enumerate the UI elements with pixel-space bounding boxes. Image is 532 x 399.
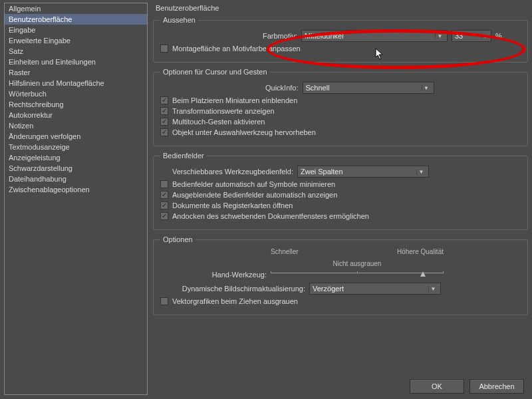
farbmotiv-label: Farbmotiv: (263, 32, 297, 40)
sidebar-item-einheiten[interactable]: Einheiten und Einteilungen (5, 57, 147, 67)
sidebar-item-aenderungen[interactable]: Änderungen verfolgen (5, 131, 147, 142)
toolbox-value: Zwei Spalten (301, 168, 414, 176)
cursor-group: Optionen für Cursor und Gesten QuickInfo… (153, 68, 528, 146)
toolbox-select[interactable]: Zwei Spalten ▼ (297, 166, 429, 178)
sidebar-item-zwischenablage[interactable]: Zwischenablageoptionen (5, 184, 147, 195)
cancel-button[interactable]: Abbrechen (469, 379, 524, 394)
farbmotiv-value: Mitteldunkel (305, 32, 432, 40)
hand-label: Hand-Werkzeug: (160, 271, 267, 279)
brightness-value: 33 (452, 32, 481, 40)
dockfloating-checkbox[interactable] (160, 212, 168, 220)
panels-group: Bedienfelder Verschiebbares Werkzeugbedi… (153, 152, 528, 230)
slider-handle[interactable] (420, 271, 426, 277)
chevron-down-icon: ▼ (416, 169, 426, 175)
transformvalues-label: Transformationswerte anzeigen (172, 107, 275, 115)
page-title: Benutzeroberfläche (153, 3, 528, 16)
thumbnails-checkbox[interactable] (160, 96, 168, 104)
quickinfo-select[interactable]: Schnell ▼ (303, 82, 434, 94)
brightness-input[interactable]: 33 ▸ (452, 30, 491, 42)
vectorgrey-label: Vektorgrafiken beim Ziehen ausgrauen (172, 297, 298, 305)
matchpasteboard-label: Montagefläche an Motivfarbe anpassen (172, 45, 301, 53)
vectorgrey-checkbox[interactable] (160, 297, 168, 305)
toolbox-label: Verschiebbares Werkzeugbedienfeld: (160, 168, 293, 176)
aussehen-group: Aussehen Farbmotiv: Mitteldunkel ▼ 33 ▸ … (153, 16, 528, 63)
transformvalues-checkbox[interactable] (160, 107, 168, 115)
multitouch-checkbox[interactable] (160, 118, 168, 126)
sidebar-item-satz[interactable]: Satz (5, 46, 147, 57)
dyn-value: Verzögert (313, 285, 426, 293)
panels-legend: Bedienfelder (160, 152, 207, 160)
sidebar-item-autokorrektur[interactable]: Autokorrektur (5, 110, 147, 120)
cursor-legend: Optionen für Cursor und Gesten (160, 68, 270, 76)
aussehen-legend: Aussehen (160, 16, 198, 24)
sidebar-item-eingabe[interactable]: Eingabe (5, 25, 147, 35)
opentabs-label: Dokumente als Registerkarten öffnen (172, 201, 293, 209)
nogrey-label: Nicht ausgrauen (333, 260, 382, 267)
dyn-select[interactable]: Verzögert ▼ (309, 283, 441, 295)
highlightobject-label: Objekt unter Auswahlwerkzeug hervorheben (172, 128, 316, 136)
chevron-down-icon: ▼ (422, 85, 431, 91)
quality-label: Höhere Qualität (397, 248, 444, 255)
sidebar-item-raster[interactable]: Raster (5, 67, 147, 78)
highlightobject-checkbox[interactable] (160, 128, 168, 136)
optionen-legend: Optionen (160, 235, 196, 243)
sidebar-item-woerterbuch[interactable]: Wörterbuch (5, 88, 147, 99)
preferences-sidebar: Allgemein Benutzeroberfläche Eingabe Erw… (4, 3, 148, 395)
thumbnails-label: Beim Platzieren Miniaturen einblenden (172, 96, 297, 104)
chevron-down-icon: ▼ (435, 33, 444, 39)
hand-slider[interactable] (271, 269, 444, 281)
quickinfo-label: QuickInfo: (265, 84, 299, 92)
multitouch-label: Multitouch-Gesten aktivieren (172, 118, 265, 126)
sidebar-item-textmodus[interactable]: Textmodusanzeige (5, 142, 147, 152)
faster-label: Schneller (271, 248, 299, 255)
opentabs-checkbox[interactable] (160, 201, 168, 209)
sidebar-item-allgemein[interactable]: Allgemein (5, 3, 147, 14)
sidebar-item-notizen[interactable]: Notizen (5, 120, 147, 131)
sidebar-item-hilfslinien[interactable]: Hilfslinien und Montagefläche (5, 78, 147, 88)
farbmotiv-select[interactable]: Mitteldunkel ▼ (301, 30, 448, 42)
matchpasteboard-checkbox[interactable] (160, 45, 168, 53)
autocollapse-checkbox[interactable] (160, 180, 168, 188)
dyn-label: Dynamische Bildschirmaktualisierung: (160, 285, 305, 293)
sidebar-item-erweiterte-eingabe[interactable]: Erweiterte Eingabe (5, 35, 147, 46)
sidebar-item-schwarz[interactable]: Schwarzdarstellung (5, 163, 147, 174)
sidebar-item-benutzeroberflaeche[interactable]: Benutzeroberfläche (5, 14, 147, 25)
autoshow-checkbox[interactable] (160, 191, 168, 199)
percent-label: % (495, 32, 502, 40)
dockfloating-label: Andocken des schwebenden Dokumentfenster… (172, 212, 369, 220)
autocollapse-label: Bedienfelder automatisch auf Symbole min… (172, 180, 335, 188)
optionen-group: Optionen Schneller Höhere Qualität Nicht… (153, 235, 528, 315)
autoshow-label: Ausgeblendete Bedienfelder automatisch a… (172, 191, 337, 199)
hand-slider-area: Schneller Höhere Qualität Nicht ausgraue… (271, 249, 444, 267)
chevron-down-icon: ▼ (428, 286, 438, 292)
sidebar-item-anzeigeleistung[interactable]: Anzeigeleistung (5, 152, 147, 163)
quickinfo-value: Schnell (306, 84, 419, 92)
sidebar-item-dateihandhabung[interactable]: Dateihandhabung (5, 174, 147, 184)
stepper-icon[interactable]: ▸ (481, 33, 491, 39)
sidebar-item-rechtschreibung[interactable]: Rechtschreibung (5, 99, 147, 110)
ok-button[interactable]: OK (410, 379, 464, 394)
